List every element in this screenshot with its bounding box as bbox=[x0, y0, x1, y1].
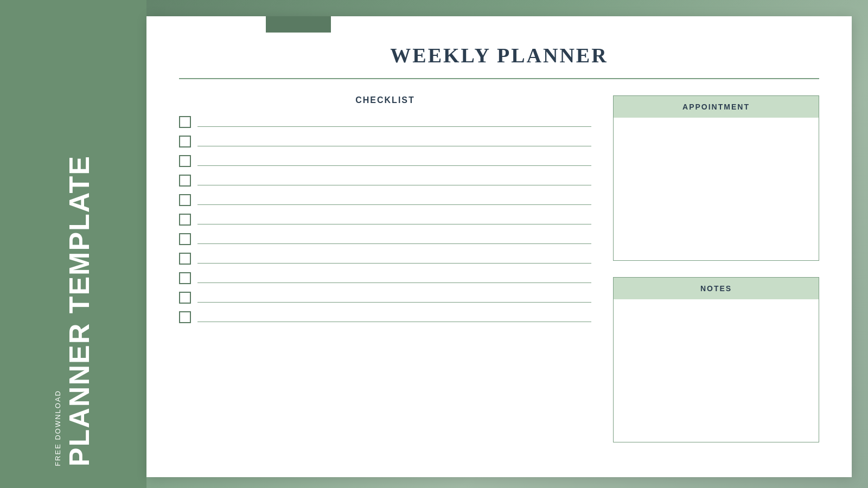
checklist-item bbox=[179, 233, 591, 247]
notes-body[interactable] bbox=[614, 299, 819, 442]
paper-tab bbox=[266, 16, 331, 33]
checklist-item bbox=[179, 214, 591, 228]
checklist-line-10 bbox=[197, 302, 591, 303]
checklist-line-6 bbox=[197, 224, 591, 224]
checklist-line-5 bbox=[197, 204, 591, 205]
checklist-item bbox=[179, 116, 591, 130]
checkbox-6[interactable] bbox=[179, 214, 191, 226]
appointment-heading: APPOINTMENT bbox=[614, 96, 819, 118]
appointment-box: APPOINTMENT bbox=[613, 95, 819, 261]
checkbox-3[interactable] bbox=[179, 155, 191, 167]
checklist-item bbox=[179, 175, 591, 189]
notes-box: NOTES bbox=[613, 277, 819, 442]
page-title: WEEKLY PLANNER bbox=[179, 43, 819, 67]
appointment-body[interactable] bbox=[614, 118, 819, 260]
right-section: APPOINTMENT NOTES bbox=[613, 95, 819, 442]
header-divider bbox=[179, 78, 819, 79]
checkbox-11[interactable] bbox=[179, 311, 191, 323]
checklist-line-9 bbox=[197, 282, 591, 283]
checklist-item bbox=[179, 155, 591, 169]
checklist-line-2 bbox=[197, 146, 591, 146]
checklist-line-11 bbox=[197, 322, 591, 322]
checkbox-7[interactable] bbox=[179, 233, 191, 245]
checklist-line-7 bbox=[197, 243, 591, 244]
paper-document: WEEKLY PLANNER CHECKLIST bbox=[146, 16, 852, 477]
checklist-section: CHECKLIST bbox=[179, 95, 591, 442]
checklist-heading: CHECKLIST bbox=[179, 95, 591, 105]
checklist-items bbox=[179, 116, 591, 325]
checklist-line-4 bbox=[197, 185, 591, 185]
checklist-line-3 bbox=[197, 165, 591, 166]
checkbox-9[interactable] bbox=[179, 272, 191, 284]
sidebar-free-download: FREE DOWNLOAD bbox=[54, 390, 62, 466]
checklist-item bbox=[179, 311, 591, 325]
checklist-item bbox=[179, 253, 591, 267]
checklist-item bbox=[179, 136, 591, 150]
checklist-line-8 bbox=[197, 263, 591, 264]
checkbox-2[interactable] bbox=[179, 136, 191, 147]
sidebar-title: PLANNER TEMPLATE bbox=[65, 155, 93, 466]
checkbox-10[interactable] bbox=[179, 292, 191, 304]
checklist-item bbox=[179, 194, 591, 208]
paper-header: WEEKLY PLANNER bbox=[179, 43, 819, 67]
checklist-item bbox=[179, 272, 591, 286]
content-area: CHECKLIST bbox=[179, 95, 819, 442]
notes-heading: NOTES bbox=[614, 278, 819, 299]
sidebar: FREE DOWNLOAD PLANNER TEMPLATE bbox=[0, 0, 146, 488]
checklist-line-1 bbox=[197, 126, 591, 127]
checklist-item bbox=[179, 292, 591, 306]
checkbox-1[interactable] bbox=[179, 116, 191, 128]
sidebar-text-group: FREE DOWNLOAD PLANNER TEMPLATE bbox=[54, 141, 93, 466]
checkbox-8[interactable] bbox=[179, 253, 191, 265]
checkbox-5[interactable] bbox=[179, 194, 191, 206]
checkbox-4[interactable] bbox=[179, 175, 191, 187]
